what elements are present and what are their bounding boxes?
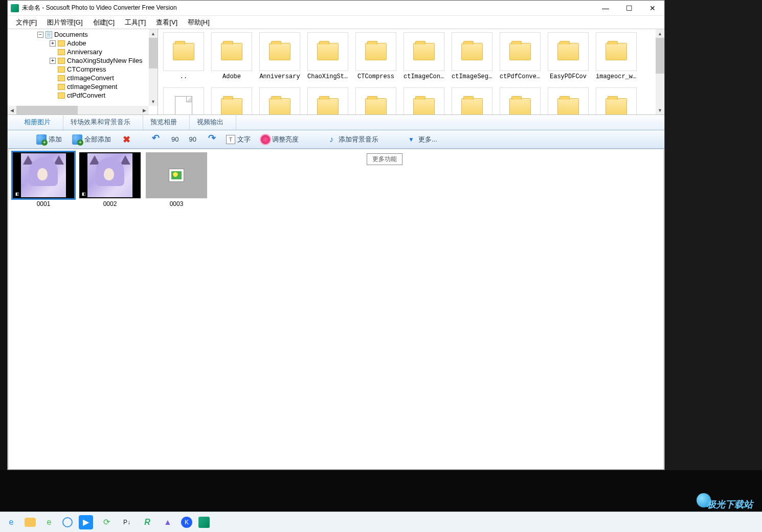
tree-vertical-scrollbar[interactable]: ▲ ▼ <box>149 29 158 106</box>
folder-grid-scrollbar[interactable]: ▲ ▼ <box>656 29 664 114</box>
menu-image-management[interactable]: 图片管理[G] <box>42 17 87 28</box>
taskbar-edge-icon[interactable]: e <box>42 515 56 529</box>
folder-item[interactable] <box>211 87 252 114</box>
tree-item[interactable]: + ChaoXingStudyNew Files <box>8 56 158 65</box>
folder-item[interactable] <box>259 87 300 114</box>
more-button[interactable]: ▼ 更多... <box>402 133 441 146</box>
add-all-button[interactable]: 全部添加 <box>68 133 115 146</box>
tree-item[interactable]: + Adobe <box>8 39 158 48</box>
tree-item[interactable]: CTCompress <box>8 65 158 74</box>
collapse-icon[interactable]: − <box>37 32 43 38</box>
menu-create[interactable]: 创建[C] <box>88 17 120 28</box>
tree-item[interactable]: ctImageSegment <box>8 82 158 91</box>
menu-view[interactable]: 查看[V] <box>151 17 183 28</box>
folder-item[interactable]: ctPdfConvert <box>500 32 541 80</box>
taskbar-ie-icon[interactable]: e <box>4 515 18 529</box>
add-button[interactable]: 添加 <box>32 133 66 146</box>
folder-item[interactable] <box>596 87 637 114</box>
folder-item[interactable]: CTCompress <box>355 32 396 80</box>
minimize-button[interactable]: — <box>594 1 617 16</box>
scroll-thumb[interactable] <box>149 38 158 68</box>
close-button[interactable]: ✕ <box>641 1 664 16</box>
window-controls: — ☐ ✕ <box>594 1 664 16</box>
taskbar-browser-icon[interactable] <box>62 517 73 527</box>
scroll-left-icon[interactable]: ◀ <box>8 106 16 114</box>
folder-item[interactable]: EasyPDFCov <box>548 32 589 80</box>
folder-item[interactable] <box>500 87 541 114</box>
taskbar-app2-icon[interactable]: ⟳ <box>99 515 114 529</box>
menu-tools[interactable]: 工具[T] <box>120 17 151 28</box>
album-thumbnail-placeholder[interactable] <box>146 152 207 198</box>
tree-root[interactable]: − Documents <box>8 30 158 39</box>
taskbar-app4-icon[interactable]: ▲ <box>161 515 175 529</box>
folder-item[interactable]: ctImageCon.. <box>404 32 444 80</box>
menu-help[interactable]: 帮助[H] <box>183 17 215 28</box>
album-thumbnail[interactable]: ◧ <box>13 152 74 198</box>
folder-item[interactable] <box>452 87 492 114</box>
taskbar-app1-icon[interactable]: ▶ <box>79 515 93 529</box>
tree-item[interactable]: ctImageConvert <box>8 74 158 82</box>
folder-item[interactable]: ctImageSeg.. <box>452 32 492 80</box>
taskbar-app3-icon[interactable]: R <box>140 515 154 529</box>
taskbar-current-app-icon[interactable] <box>198 517 210 528</box>
folder-item[interactable]: Anniversary <box>259 32 300 80</box>
thumbnail-badge-icon: ◧ <box>14 190 21 197</box>
album-pane[interactable]: ◧ 0001 ◧ 0002 0003 更 <box>8 149 664 470</box>
album-item[interactable]: ◧ 0001 <box>13 152 74 207</box>
menu-file[interactable]: 文件[F] <box>11 17 42 28</box>
folder-item[interactable] <box>355 87 396 114</box>
scroll-up-icon[interactable]: ▲ <box>656 29 664 38</box>
brightness-label: 调整亮度 <box>272 135 299 144</box>
tree-body[interactable]: − Documents + Adobe Anniversary + ChaoXi… <box>8 29 158 106</box>
tab-preview-album[interactable]: 预览相册 <box>143 114 190 130</box>
app-window: 未命名 - Socusoft Photo to Video Converter … <box>7 0 665 470</box>
bgmusic-button[interactable]: ♪ 添加背景音乐 <box>322 133 383 146</box>
brightness-button[interactable]: 调整亮度 <box>257 133 303 146</box>
scroll-thumb[interactable] <box>656 38 664 74</box>
tab-video-output[interactable]: 视频输出 <box>190 114 236 130</box>
tree-item[interactable]: Anniversary <box>8 48 158 56</box>
tab-transition-music[interactable]: 转场效果和背景音乐 <box>63 114 143 130</box>
scroll-up-icon[interactable]: ▲ <box>149 29 158 38</box>
delete-button[interactable]: ✖ <box>117 133 136 146</box>
expand-icon[interactable]: + <box>50 40 56 47</box>
maximize-button[interactable]: ☐ <box>617 1 641 16</box>
folder-item[interactable]: ChaoXingSt.. <box>307 32 348 80</box>
file-item[interactable] <box>163 87 204 114</box>
expand-icon[interactable]: + <box>50 58 56 64</box>
scroll-down-icon[interactable]: ▼ <box>149 97 158 106</box>
folder-item[interactable] <box>404 87 444 114</box>
taskbar[interactable]: e e ▶ ⟳ P↓ R ▲ K <box>0 512 762 532</box>
scroll-thumb[interactable] <box>16 106 78 114</box>
rotate-left-button[interactable]: 90 <box>155 133 183 146</box>
tree-item[interactable]: ctPdfConvert <box>8 91 158 100</box>
scroll-right-icon[interactable]: ▶ <box>140 106 149 114</box>
window-title: 未命名 - Socusoft Photo to Video Converter … <box>22 4 594 12</box>
tree-horizontal-scrollbar[interactable]: ◀ ▶ <box>8 106 149 114</box>
tree-item-label: ChaoXingStudyNew Files <box>67 57 142 64</box>
taskbar-pdf-icon[interactable]: P↓ <box>120 515 134 529</box>
album-item[interactable]: 0003 <box>146 152 207 207</box>
rotate-right-button[interactable]: 90 <box>185 133 212 146</box>
add-label: 添加 <box>49 135 62 144</box>
folder-grid[interactable]: .. Adobe Anniversary ChaoXingSt.. CTComp… <box>158 29 664 114</box>
album-label: 0002 <box>79 200 141 207</box>
text-button[interactable]: 文字 <box>222 133 255 146</box>
taskbar-app5-icon[interactable]: K <box>181 517 192 528</box>
folder-icon <box>58 92 65 99</box>
folder-item[interactable] <box>548 87 589 114</box>
toolbar: 添加 全部添加 ✖ 90 90 文字 调整亮度 ♪ 添加背景音乐 <box>8 130 664 149</box>
tab-album-photos[interactable]: 相册图片 <box>17 114 63 130</box>
text-label: 文字 <box>237 135 251 144</box>
folder-item[interactable]: Adobe <box>211 32 252 80</box>
taskbar-explorer-icon[interactable] <box>25 518 36 527</box>
folder-item-up[interactable]: .. <box>163 32 204 80</box>
folder-icon <box>58 84 65 90</box>
scroll-down-icon[interactable]: ▼ <box>656 106 664 114</box>
album-thumbnail[interactable]: ◧ <box>79 152 141 198</box>
album-label: 0003 <box>146 200 207 207</box>
album-item[interactable]: ◧ 0002 <box>79 152 141 207</box>
folder-item[interactable]: imageocr_win <box>596 32 637 80</box>
add-icon <box>36 134 47 145</box>
folder-item[interactable] <box>307 87 348 114</box>
